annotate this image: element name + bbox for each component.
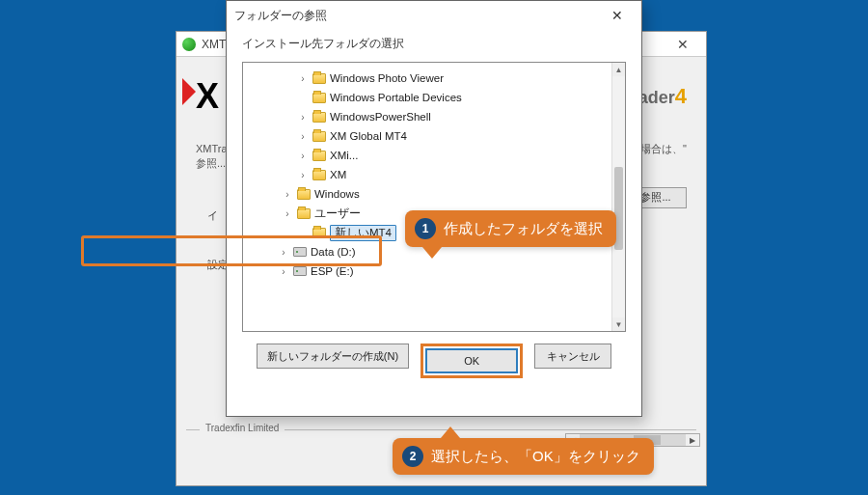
folder-icon [312,151,326,161]
expander-icon[interactable]: › [297,170,309,180]
ok-button[interactable]: OK [425,348,518,373]
tree-item[interactable]: ›Windows [243,184,611,204]
close-icon[interactable]: ✕ [601,5,634,26]
tree-item[interactable]: ›XMi... [243,146,611,165]
tree-item[interactable]: Windows Portable Devices [243,88,611,107]
folder-icon [312,170,326,180]
dialog-button-row: 新しいフォルダーの作成(N) OK キャンセル [227,332,641,390]
close-icon[interactable]: ✕ [665,37,700,52]
mt-four: 4 [675,84,687,108]
folder-icon [312,112,326,123]
new-folder-button[interactable]: 新しいフォルダーの作成(N) [257,344,409,369]
expander-icon[interactable]: › [282,189,293,200]
expander-icon[interactable]: › [278,266,289,277]
expander-icon[interactable]: › [297,73,309,84]
tree-item[interactable]: ›WindowsPowerShell [243,107,611,126]
tree-item[interactable]: ›XM Global MT4 [243,126,611,146]
dialog-title: フォルダーの参照 [234,8,327,24]
scroll-down-icon[interactable]: ▼ [612,317,625,331]
folder-tree[interactable]: ›Windows Photo Viewer Windows Portable D… [242,62,626,332]
tree-label: XM [330,169,346,180]
tree-label: Windows Photo Viewer [330,72,444,84]
folder-icon [312,73,326,84]
drive-icon [293,266,307,276]
browse-folder-dialog: フォルダーの参照 ✕ インストール先フォルダの選択 ›Windows Photo… [226,0,642,417]
callout-text: 選択したら、「OK」をクリック [431,448,640,466]
expander-icon[interactable]: › [297,131,309,142]
tree-label: Data (D:) [311,246,356,258]
tree-item[interactable]: ›XM [243,165,611,184]
folder-icon [297,189,311,200]
tree-label: Windows Portable Devices [330,92,462,103]
folder-icon [312,228,326,238]
tree-label: XMi... [330,150,358,161]
folder-icon [312,131,326,142]
dialog-titlebar: フォルダーの参照 ✕ [227,1,641,30]
callout-1: 1 作成したフォルダを選択 [405,210,616,247]
scroll-up-icon[interactable]: ▲ [612,63,625,76]
app-icon [182,38,196,51]
tree-label: Windows [314,188,360,200]
callout-number: 1 [415,218,436,239]
ok-highlight-box: OK [420,344,523,378]
expander-icon[interactable]: › [282,208,293,219]
xm-logo: X [196,76,219,117]
tree-label: ユーザー [314,206,361,221]
install-label: イ [207,208,218,223]
tree-label: WindowsPowerShell [330,111,431,123]
callout-2: 2 選択したら、「OK」をクリック [393,438,654,475]
drive-icon [293,247,307,257]
tree-label: XM Global MT4 [330,130,407,142]
tree-label: ESP (E:) [311,265,354,277]
expander-icon[interactable]: › [278,247,289,258]
callout-number: 2 [402,446,423,467]
scroll-right-icon[interactable]: ▶ [686,434,699,446]
tree-label: 新しいMT4 [330,225,396,241]
tree-item[interactable]: ›Windows Photo Viewer [243,69,611,88]
vendor-legend: Tradexfin Limited [200,423,285,433]
dialog-subtitle: インストール先フォルダの選択 [227,30,641,62]
expander-icon[interactable]: › [297,151,309,161]
callout-text: 作成したフォルダを選択 [444,220,603,238]
folder-icon [297,208,311,219]
cancel-button[interactable]: キャンセル [534,344,611,369]
folder-icon [312,93,326,103]
tree-item[interactable]: ›ESP (E:) [243,261,611,281]
expander-icon[interactable]: › [297,112,309,123]
tree-scrollbar[interactable]: ▲ ▼ [611,63,625,331]
